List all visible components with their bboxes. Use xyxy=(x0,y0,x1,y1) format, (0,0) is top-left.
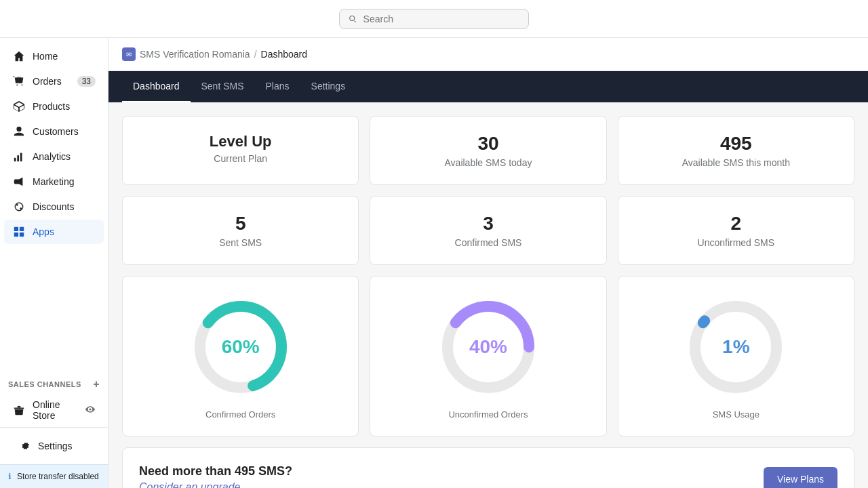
online-store-eye-icon[interactable] xyxy=(85,404,96,417)
svg-rect-3 xyxy=(20,153,22,162)
sidebar-item-marketing[interactable]: Marketing xyxy=(4,169,104,194)
chart-unconfirmed-orders: 40% Unconfirmed Orders xyxy=(370,276,606,436)
svg-rect-2 xyxy=(17,155,19,161)
stats-row-1: Level Up Current Plan 30 Available SMS t… xyxy=(122,116,854,185)
add-sales-channel-icon[interactable]: + xyxy=(93,378,100,390)
sidebar-nav: Home Orders 33 Products Customers xyxy=(0,38,108,370)
info-icon: ℹ xyxy=(8,472,12,481)
main-content: ✉ SMS Verification Romania / Dashboard D… xyxy=(108,38,868,488)
orders-icon xyxy=(12,75,26,88)
sidebar-item-products[interactable]: Products xyxy=(4,94,104,119)
card-current-plan: Level Up Current Plan xyxy=(122,116,359,185)
orders-badge: 33 xyxy=(77,76,96,87)
donut-confirmed: 60% xyxy=(186,293,295,401)
sidebar: Home Orders 33 Products Customers xyxy=(0,38,108,488)
chart-confirmed-orders: 60% Confirmed Orders xyxy=(122,276,359,436)
sidebar-item-online-store[interactable]: Online Store xyxy=(4,394,104,426)
donut-center-usage: 1% xyxy=(722,336,749,358)
sidebar-item-settings[interactable]: Settings xyxy=(9,434,98,458)
tab-bar: Dashboard Sent SMS Plans Settings xyxy=(108,71,868,102)
home-icon xyxy=(12,49,26,63)
breadcrumb: ✉ SMS Verification Romania / Dashboard xyxy=(108,38,868,71)
sidebar-footer: Settings xyxy=(0,427,108,464)
upgrade-banner: Need more than 495 SMS? Consider an upgr… xyxy=(122,447,854,488)
stats-row-2: 5 Sent SMS 3 Confirmed SMS 2 Unconfirmed… xyxy=(122,196,854,265)
svg-rect-7 xyxy=(14,227,18,231)
marketing-icon xyxy=(12,175,26,188)
sidebar-item-home[interactable]: Home xyxy=(4,44,104,68)
top-bar xyxy=(0,0,868,38)
card-sent-sms: 5 Sent SMS xyxy=(122,196,359,265)
store-transfer-banner: ℹ Store transfer disabled xyxy=(0,464,108,488)
upgrade-text: Need more than 495 SMS? Consider an upgr… xyxy=(139,464,292,488)
tab-plans[interactable]: Plans xyxy=(255,71,300,102)
donut-unconfirmed: 40% xyxy=(434,293,542,401)
analytics-icon xyxy=(12,150,26,163)
svg-rect-8 xyxy=(20,227,24,231)
search-icon xyxy=(348,14,358,24)
products-icon xyxy=(12,100,26,113)
app-icon: ✉ xyxy=(122,47,136,61)
view-plans-button[interactable]: View Plans xyxy=(764,467,837,489)
svg-rect-0 xyxy=(16,77,21,78)
card-available-sms-month: 495 Available SMS this month xyxy=(618,116,854,185)
sidebar-item-discounts[interactable]: Discounts xyxy=(4,195,104,219)
sidebar-item-apps[interactable]: Apps xyxy=(4,220,104,244)
online-store-icon xyxy=(12,403,26,417)
customers-icon xyxy=(12,125,26,138)
sidebar-item-customers[interactable]: Customers xyxy=(4,119,104,144)
donut-center-unconfirmed: 40% xyxy=(469,336,507,358)
settings-icon xyxy=(18,439,31,453)
search-box[interactable] xyxy=(339,9,529,29)
card-confirmed-sms: 3 Confirmed SMS xyxy=(370,196,606,265)
charts-row: 60% Confirmed Orders 40% xyxy=(122,276,854,436)
sidebar-item-orders[interactable]: Orders 33 xyxy=(4,69,104,94)
card-available-sms-today: 30 Available SMS today xyxy=(370,116,606,185)
apps-icon xyxy=(12,225,26,239)
dashboard-content: Level Up Current Plan 30 Available SMS t… xyxy=(108,102,868,488)
sidebar-item-analytics[interactable]: Analytics xyxy=(4,144,104,169)
svg-rect-9 xyxy=(14,232,18,237)
sales-channels-section: SALES CHANNELS + xyxy=(0,370,108,393)
search-input[interactable] xyxy=(363,14,520,24)
svg-rect-1 xyxy=(14,158,16,161)
donut-usage: 1% xyxy=(682,293,790,401)
card-unconfirmed-sms: 2 Unconfirmed SMS xyxy=(618,196,854,265)
discounts-icon xyxy=(12,200,26,214)
tab-settings[interactable]: Settings xyxy=(300,71,357,102)
svg-rect-10 xyxy=(20,232,24,237)
tab-sent-sms[interactable]: Sent SMS xyxy=(191,71,255,102)
chart-sms-usage: 1% SMS Usage xyxy=(618,276,854,436)
tab-dashboard[interactable]: Dashboard xyxy=(122,71,191,102)
donut-center-confirmed: 60% xyxy=(222,336,260,358)
